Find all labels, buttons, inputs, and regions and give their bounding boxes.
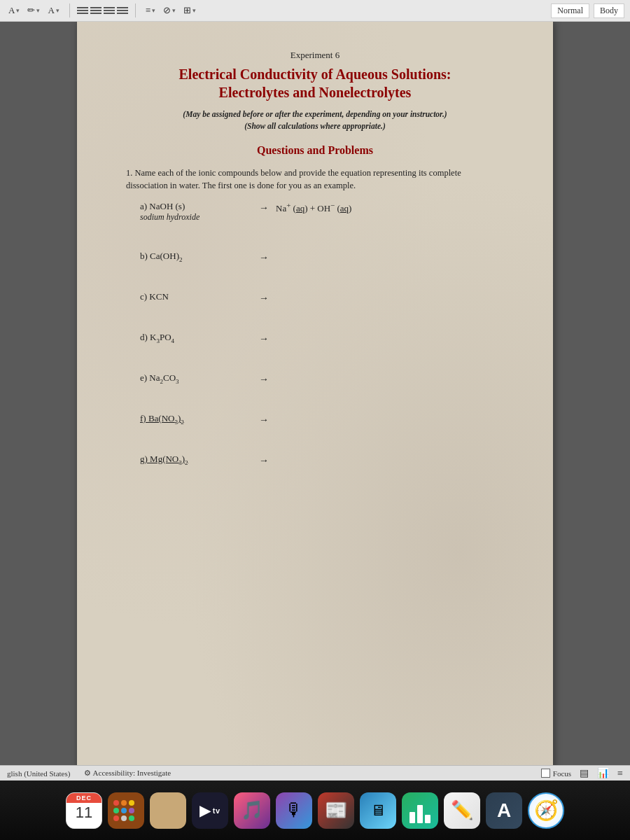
compound-g-arrow: → xyxy=(259,455,269,466)
compound-e-arrow: → xyxy=(259,374,269,385)
dock-generic-app[interactable]: 🖥 xyxy=(360,792,396,829)
accessibility-icon: ⚙ xyxy=(84,769,91,777)
compound-a-answer: Na+ (aq) + OH− (aq) xyxy=(276,201,504,214)
align2-icon[interactable] xyxy=(90,7,102,14)
pen-button[interactable]: ✏ ▾ xyxy=(24,4,43,18)
compound-f-arrow: → xyxy=(259,414,269,426)
section-title: Questions and Problems xyxy=(126,144,504,157)
divider-1 xyxy=(69,4,70,18)
status-right: Focus ▤ 📊 ≡ xyxy=(541,767,623,779)
dock-news[interactable]: 📰 xyxy=(318,792,354,829)
style-normal[interactable]: Normal xyxy=(551,4,589,18)
status-bar: glish (United States) ⚙ Accessibility: I… xyxy=(0,765,630,780)
compound-c-row: c) KCN → xyxy=(126,291,504,304)
tv-icon: tv xyxy=(192,792,228,829)
assignment-note: (May be assigned before or after the exp… xyxy=(126,108,504,133)
alignment-controls xyxy=(77,7,128,14)
compound-g-row: g) Mg(NO3)2 → xyxy=(126,454,504,466)
compound-b-label: b) Ca(OH)2 xyxy=(140,251,252,263)
generic-app-icon: 🖥 xyxy=(360,792,396,829)
calendar-month: DEC xyxy=(66,793,102,803)
music-icon: 🎵 xyxy=(234,792,270,829)
compound-d-arrow: → xyxy=(259,333,269,344)
dock-safari[interactable]: 🧭 xyxy=(528,792,564,829)
experiment-number: Experiment 6 xyxy=(126,50,504,61)
dock-music[interactable]: 🎵 xyxy=(234,792,270,829)
style-body[interactable]: Body xyxy=(594,4,624,18)
sort-icon[interactable]: ⊘ ▾ xyxy=(160,4,178,18)
dock-tv[interactable]: tv xyxy=(192,792,228,829)
a-app-icon: A xyxy=(486,792,522,829)
compound-c-arrow: → xyxy=(259,293,269,304)
podcast-icon: 🎙 xyxy=(276,792,312,829)
focus-checkbox xyxy=(541,769,550,778)
compound-b-row: b) Ca(OH)2 → xyxy=(126,251,504,263)
compound-e-row: e) Na2CO3 → xyxy=(126,372,504,385)
compound-d-row: d) K3PO4 → xyxy=(126,332,504,344)
font-controls: A ▾ ✏ ▾ A ▾ xyxy=(6,4,62,18)
dock: DEC 11 tv xyxy=(0,780,630,840)
align3-icon[interactable] xyxy=(104,7,115,14)
compound-a-arrow: → xyxy=(259,202,269,214)
question-1-text: 1. Name each of the ionic compounds belo… xyxy=(126,167,504,193)
compound-c-label: c) KCN xyxy=(140,291,252,302)
compound-g-label: g) Mg(NO3)2 xyxy=(140,454,252,466)
grid-icon[interactable]: ⊞ ▾ xyxy=(181,4,199,18)
focus-button[interactable]: Focus xyxy=(541,769,571,778)
font-a2-button[interactable]: A ▾ xyxy=(45,4,62,18)
compound-b-arrow: → xyxy=(259,252,269,263)
dock-folder[interactable] xyxy=(150,792,186,829)
document-area: Experiment 6 Electrical Conductivity of … xyxy=(0,22,630,780)
status-icon-2: 📊 xyxy=(597,767,609,779)
compound-d-label: d) K3PO4 xyxy=(140,332,252,344)
align-icon[interactable] xyxy=(77,7,88,14)
calendar-icon: DEC 11 xyxy=(66,792,102,829)
list-controls: ≡ ▾ ⊘ ▾ ⊞ ▾ xyxy=(143,4,199,18)
folder-icon xyxy=(150,792,186,829)
status-icon-3: ≡ xyxy=(617,768,623,779)
compound-e-label: e) Na2CO3 xyxy=(140,372,252,385)
compound-a-label: a) NaOH (s) sodium hydroxide xyxy=(140,201,252,223)
dock-launchpad[interactable] xyxy=(108,792,144,829)
status-icon-1: ▤ xyxy=(580,767,589,779)
experiment-title: Electrical Conductivity of Aqueous Solut… xyxy=(126,65,504,102)
dock-podcasts[interactable]: 🎙 xyxy=(276,792,312,829)
pencil-icon: ✏️ xyxy=(444,792,480,829)
accessibility-label[interactable]: ⚙ Accessibility: Investigate xyxy=(84,769,171,778)
launchpad-icon xyxy=(108,792,144,829)
list-icon[interactable]: ≡ ▾ xyxy=(143,4,158,18)
dock-pencil-app[interactable]: ✏️ xyxy=(444,792,480,829)
align4-icon[interactable] xyxy=(117,7,128,14)
compound-f-row: f) Ba(NO3)2 → xyxy=(126,413,504,426)
numbers-icon xyxy=(402,792,438,829)
compound-f-label: f) Ba(NO3)2 xyxy=(140,413,252,426)
language-label: glish (United States) xyxy=(7,769,70,778)
compound-a-row: a) NaOH (s) sodium hydroxide → Na+ (aq) … xyxy=(126,201,504,223)
dock-numbers[interactable] xyxy=(402,792,438,829)
toolbar: A ▾ ✏ ▾ A ▾ ≡ ▾ ⊘ ▾ ⊞ ▾ Normal xyxy=(0,0,630,22)
news-icon: 📰 xyxy=(318,792,354,829)
font-a-button[interactable]: A ▾ xyxy=(6,4,22,18)
dock-a-app[interactable]: A xyxy=(486,792,522,829)
divider-2 xyxy=(135,4,136,18)
dock-calendar[interactable]: DEC 11 xyxy=(66,792,102,829)
safari-icon: 🧭 xyxy=(528,792,564,829)
calendar-day: 11 xyxy=(76,803,92,823)
document-page: Experiment 6 Electrical Conductivity of … xyxy=(77,22,553,780)
a-letter: A xyxy=(497,799,511,822)
